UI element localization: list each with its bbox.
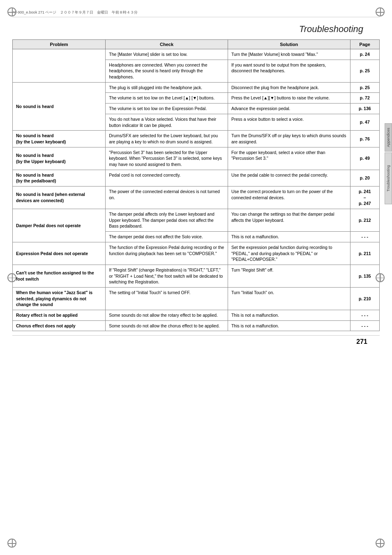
- page-cell: - - -: [350, 320, 379, 331]
- check-cell: The damper pedal affects only the Lower …: [106, 209, 228, 232]
- problem-cell: Rotary effect is not be applied: [13, 310, 106, 321]
- check-cell: The damper pedal does not affect the Sol…: [106, 232, 228, 242]
- table-row: No sound is heardThe plug is still plugg…: [13, 82, 380, 93]
- check-cell: The setting of "Initial Touch" is turned…: [106, 287, 228, 310]
- table-row: Rotary effect is not be appliedSome soun…: [13, 310, 380, 321]
- page-cell: p. 76: [350, 131, 379, 147]
- bottom-reg-right-mark: [376, 539, 385, 548]
- table-row: No sound is heard(by the Upper keyboard)…: [13, 147, 380, 170]
- solution-cell: Press the Level [▲][▼] buttons to raise …: [228, 93, 350, 104]
- solution-cell: For the upper keyboard, select a voice o…: [228, 147, 350, 170]
- col-header-problem: Problem: [13, 40, 106, 49]
- troubleshooting-tab: Troubleshooting: [385, 152, 392, 204]
- solution-cell: Use the pedal cable to connect the pedal…: [228, 170, 350, 186]
- problem-cell: No sound is heard(by the pedalboard): [13, 170, 106, 186]
- table-row: Chorus effect does not applySome sounds …: [13, 320, 380, 331]
- solution-cell: Turn "Initial Touch" on.: [228, 287, 350, 310]
- check-cell: The power of the connected external devi…: [106, 187, 228, 209]
- table-row: Expression Pedal does not operateThe fun…: [13, 242, 380, 265]
- page-title: Troubleshooting: [12, 19, 380, 38]
- problem-cell: No sound is heard(by the Upper keyboard): [13, 147, 106, 170]
- check-cell: The [Master Volume] slider is set too lo…: [106, 49, 228, 60]
- page-cell: p. 25: [350, 60, 379, 82]
- solution-cell: This is not a malfunction.: [228, 320, 350, 331]
- solution-cell: This is not a malfunction.: [228, 310, 350, 321]
- check-cell: The plug is still plugged into the headp…: [106, 82, 228, 93]
- problem-cell: No sound is heard(by the Lower keyboard): [13, 131, 106, 147]
- solution-cell: Set the expression pedal function during…: [228, 242, 350, 265]
- page-cell: p. 241–p. 247: [350, 187, 379, 209]
- page-cell: p. 211: [350, 242, 379, 265]
- appendices-tab: Appendices: [385, 123, 392, 152]
- table-row: The [Master Volume] slider is set too lo…: [13, 49, 380, 60]
- table-row: When the human voice "Jazz Scat" is sele…: [13, 287, 380, 310]
- page-cell: p. 25: [350, 82, 379, 93]
- check-cell: The volume is set too low on the Level […: [106, 93, 228, 104]
- solution-cell: Turn the Drums/SFX off or play keys to w…: [228, 131, 350, 147]
- check-cell: The volume is set too low on the Express…: [106, 104, 228, 114]
- check-cell: "Percussion Set 3" has been selected for…: [106, 147, 228, 170]
- table-row: Can't use the function assigned to the f…: [13, 265, 380, 287]
- check-cell: If "Regist Shift" (change Registrations)…: [106, 265, 228, 287]
- col-header-page: Page: [350, 40, 379, 49]
- page-cell: p. 20: [350, 170, 379, 186]
- col-header-solution: Solution: [228, 40, 350, 49]
- bottom-reg-left-mark: [7, 539, 16, 548]
- table-row: No sound is heard(by the pedalboard)Peda…: [13, 170, 380, 186]
- page-cell: p. 212: [350, 209, 379, 232]
- header-meta-text: AT-900_e.book 271 ページ ２００７年９月７日 金曜日 午前８時…: [12, 10, 138, 15]
- troubleshooting-table: Problem Check Solution Page The [Master …: [12, 39, 380, 331]
- page-cell: p. 49: [350, 147, 379, 170]
- check-cell: You do not have a Voice selected. Voices…: [106, 114, 228, 130]
- side-tabs: Appendices Troubleshooting: [385, 123, 392, 204]
- page-cell: - - -: [350, 232, 379, 242]
- problem-cell: Expression Pedal does not operate: [13, 242, 106, 265]
- problem-cell: Can't use the function assigned to the f…: [13, 265, 106, 287]
- check-cell: Some sounds do not allow the chorus effe…: [106, 320, 228, 331]
- solution-cell: Disconnect the plug from the headphone j…: [228, 82, 350, 93]
- solution-cell: You can change the settings so that the …: [228, 209, 350, 232]
- solution-cell: This is not a malfunction.: [228, 232, 350, 242]
- header-bar: AT-900_e.book 271 ページ ２００７年９月７日 金曜日 午前８時…: [12, 8, 380, 17]
- problem-cell: When the human voice "Jazz Scat" is sele…: [13, 287, 106, 310]
- top-reg-right-mark: [376, 7, 385, 16]
- check-cell: Drums/SFX are selected for the Lower key…: [106, 131, 228, 147]
- problem-cell: No sound is heard (when external devices…: [13, 187, 106, 209]
- solution-cell: Press a voice button to select a voice.: [228, 114, 350, 130]
- page-cell: - - -: [350, 310, 379, 321]
- page-number: 271: [33, 338, 367, 345]
- table-row: No sound is heard(by the Lower keyboard)…: [13, 131, 380, 147]
- page-container: Appendices Troubleshooting AT-900_e.book…: [0, 0, 392, 555]
- solution-cell: Use the correct procedure to turn on the…: [228, 187, 350, 209]
- check-cell: Pedal cord is not connected correctly.: [106, 170, 228, 186]
- table-row: Damper Pedal does not operateThe damper …: [13, 209, 380, 232]
- problem-cell: Chorus effect does not apply: [13, 320, 106, 331]
- table-row: No sound is heard (when external devices…: [13, 187, 380, 209]
- check-cell: Some sounds do not allow the rotary effe…: [106, 310, 228, 321]
- mid-reg-right-mark: [376, 273, 385, 282]
- page-cell: p. 72: [350, 93, 379, 104]
- solution-cell: Turn the [Master Volume] knob toward "Ma…: [228, 49, 350, 60]
- page-cell: p. 136: [350, 104, 379, 114]
- check-cell: The function of the Expression Pedal dur…: [106, 242, 228, 265]
- solution-cell: Advance the expression pedal.: [228, 104, 350, 114]
- problem-cell: Damper Pedal does not operate: [13, 209, 106, 242]
- page-cell: p. 24: [350, 49, 379, 60]
- mid-reg-left-mark: [7, 273, 16, 282]
- solution-cell: Turn "Regist Shift" off.: [228, 265, 350, 287]
- top-reg-left-mark: [7, 7, 16, 16]
- page-cell: p. 135: [350, 265, 379, 287]
- check-cell: Headphones are connected. When you conne…: [106, 60, 228, 82]
- solution-cell: If you want sound to be output from the …: [228, 60, 350, 82]
- problem-cell: [13, 49, 106, 83]
- footer-area: 271: [12, 335, 380, 345]
- page-cell: p. 210: [350, 287, 379, 310]
- problem-cell: No sound is heard: [13, 82, 106, 130]
- page-cell: p. 47: [350, 114, 379, 130]
- col-header-check: Check: [106, 40, 228, 49]
